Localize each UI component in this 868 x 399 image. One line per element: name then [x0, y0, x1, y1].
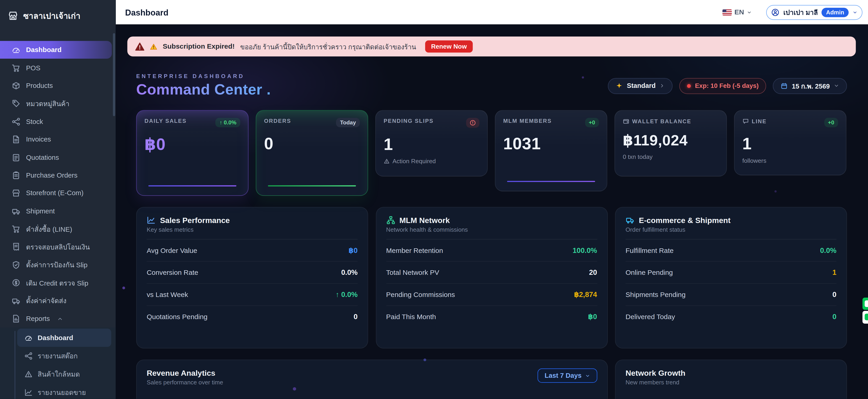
sidebar-item-label: Stock: [26, 118, 43, 126]
sidebar-item-label: ตรวจสอบสลิปโอนเงิน: [26, 242, 90, 252]
alert-message: ขออภัย ร้านค้านี้ปิดให้บริการชั่วคราว กร…: [240, 41, 416, 52]
app-root: ซาลาเปาเจ้าเก่า Dashboard POS Products ห…: [0, 0, 868, 399]
metric-value: 0: [832, 312, 836, 321]
kpi-card-orders[interactable]: ORDERS Today 0: [256, 110, 368, 196]
sidebar-item-line-orders[interactable]: คำสั่งซื้อ (LINE): [0, 220, 116, 238]
metric-value: ฿0: [348, 246, 358, 254]
plan-badge-button[interactable]: Standard: [608, 77, 673, 94]
sidebar-item-shipping-settings[interactable]: ตั้งค่าค่าจัดส่ง: [0, 292, 116, 309]
sidebar-item-credit-topup[interactable]: เติม Credit ตรวจ Slip: [0, 274, 116, 292]
metric-label: Delivered Today: [626, 313, 675, 321]
kpi-sub-label: Action Required: [393, 158, 436, 164]
date-picker-button[interactable]: 15 ก.พ. 2569: [773, 77, 847, 94]
main-content: Subscription Expired! ขออภัย ร้านค้านี้ป…: [116, 25, 868, 399]
sidebar-item-shipment[interactable]: Shipment: [0, 202, 116, 220]
sidebar-item-purchase-orders[interactable]: Purchase Orders: [0, 166, 116, 184]
revenue-analytics-panel: Revenue Analytics Sales performance over…: [136, 360, 608, 399]
language-selector[interactable]: EN: [722, 8, 752, 16]
submenu-item-sales-report[interactable]: รายงานยอดขาย: [17, 384, 111, 399]
kpi-card-daily-sales[interactable]: DAILY SALES ↑ 0.0% ฿0: [136, 110, 249, 196]
user-circle-icon: [771, 8, 779, 16]
metric-row: Total Network PV 20: [386, 261, 597, 283]
wallet-icon: [623, 118, 629, 124]
metric-row: Online Pending 1: [626, 261, 836, 283]
submenu-item-label: สินค้าใกล้หมด: [38, 369, 80, 379]
revenue-titles: Revenue Analytics Sales performance over…: [147, 368, 223, 386]
sales-performance-panel: Sales Performance Key sales metrics Avg …: [136, 207, 368, 348]
metric-row: Avg Order Value ฿0: [147, 239, 358, 261]
panel-title: MLM Network: [400, 216, 450, 225]
accent-underline: [507, 180, 595, 182]
sidebar-item-stock[interactable]: Stock: [0, 112, 116, 130]
metric-row: Pending Commissions ฿2,874: [386, 283, 597, 305]
warning-triangle-icon: [25, 370, 33, 378]
gauge-icon: [12, 45, 21, 54]
sidebar-item-pos[interactable]: POS: [0, 59, 116, 77]
sidebar-item-reports[interactable]: Reports: [0, 310, 116, 328]
submenu-item-dashboard[interactable]: Dashboard: [17, 329, 111, 347]
metric-value: 0.0%: [820, 246, 836, 254]
kpi-card-mlm-members[interactable]: MLM MEMBERS +0 1031: [495, 110, 608, 191]
line-qr-icon: [863, 311, 868, 324]
kpi-value: ฿119,024: [623, 132, 718, 149]
storefront-logo-icon: [8, 10, 18, 21]
reports-submenu: Dashboard รายงานสต๊อก สินค้าใกล้หมด รายง…: [0, 328, 116, 399]
kpi-label-text: WALLET BALANCE: [632, 118, 691, 124]
kpi-card-pending-slips[interactable]: PENDING SLIPS 1 Action Required: [375, 110, 488, 176]
sidebar-item-slip-verify[interactable]: ตรวจสอบสลิปโอนเงิน: [0, 238, 116, 256]
kpi-card-line-followers[interactable]: LINE +0 1 followers: [734, 110, 846, 175]
expiry-badge[interactable]: Exp: 10 Feb (-5 days): [680, 77, 767, 94]
alert-triangle-icon: [135, 42, 144, 51]
metric-value: 20: [589, 268, 597, 276]
metric-value: 100.0%: [572, 246, 597, 254]
sidebar-item-label: Purchase Orders: [26, 171, 78, 179]
date-range-dropdown[interactable]: Last 7 Days: [537, 368, 597, 383]
sidebar-item-label: Invoices: [26, 136, 51, 143]
sidebar-item-slip-protection[interactable]: ตั้งค่าการป้องกัน Slip: [0, 256, 116, 274]
kpi-card-wallet-balance[interactable]: WALLET BALANCE ฿119,024 0 txn today: [615, 110, 727, 176]
submenu-item-stock-report[interactable]: รายงานสต๊อก: [17, 347, 111, 365]
sidebar: ซาลาเปาเจ้าเก่า Dashboard POS Products ห…: [0, 0, 116, 399]
trend-badge: +0: [585, 118, 599, 127]
metric-label: Pending Commissions: [386, 291, 455, 299]
today-badge: Today: [336, 118, 360, 127]
sidebar-item-label: Reports: [26, 315, 50, 323]
line-add-friend-widget[interactable]: [863, 298, 868, 324]
clipboard-icon: [12, 171, 21, 180]
sidebar-item-storefront[interactable]: Storefront (E-Com): [0, 184, 116, 202]
cart-icon: [12, 63, 21, 72]
charts-row: Revenue Analytics Sales performance over…: [136, 360, 847, 399]
sidebar-scrollbar[interactable]: [113, 33, 115, 116]
shield-icon: [12, 261, 21, 269]
sidebar-item-invoices[interactable]: Invoices: [0, 131, 116, 148]
metric-value: ฿0: [588, 312, 597, 321]
invoice-icon: [12, 135, 21, 144]
panel-subtitle: New members trend: [626, 379, 836, 386]
hero-title: Command Center .: [136, 81, 271, 98]
sidebar-item-dashboard[interactable]: Dashboard: [0, 41, 112, 59]
brand[interactable]: ซาลาเปาเจ้าเก่า: [0, 0, 116, 32]
sidebar-item-products[interactable]: Products: [0, 77, 116, 95]
kpi-label: MLM MEMBERS: [503, 118, 552, 124]
brand-name: ซาลาเปาเจ้าเก่า: [23, 9, 81, 22]
submenu-item-low-stock[interactable]: สินค้าใกล้หมด: [17, 365, 111, 384]
submenu-item-label: รายงานยอดขาย: [38, 387, 86, 398]
sidebar-item-label: Dashboard: [26, 46, 62, 54]
warning-emoji-icon: [150, 43, 157, 50]
status-dot-icon: [687, 84, 691, 88]
sidebar-item-label: Quotations: [26, 154, 59, 161]
metric-value: 0: [353, 312, 358, 321]
user-menu[interactable]: เปาเปา มาลี Admin: [766, 5, 862, 20]
alert-title: Subscription Expired!: [163, 43, 235, 51]
metric-label: Quotations Pending: [147, 313, 208, 321]
metric-label: Online Pending: [626, 269, 673, 276]
calendar-icon: [781, 82, 788, 90]
renew-now-button[interactable]: Renew Now: [425, 40, 473, 53]
chat-icon: [742, 118, 749, 124]
expiry-label: Exp: 10 Feb (-5 days): [695, 82, 758, 89]
sidebar-item-quotations[interactable]: Quotations: [0, 148, 116, 166]
metric-label: Member Retention: [386, 246, 443, 254]
gauge-icon: [25, 334, 33, 342]
sidebar-item-categories[interactable]: หมวดหมู่สินค้า: [0, 95, 116, 112]
metric-row: Member Retention 100.0%: [386, 239, 597, 261]
